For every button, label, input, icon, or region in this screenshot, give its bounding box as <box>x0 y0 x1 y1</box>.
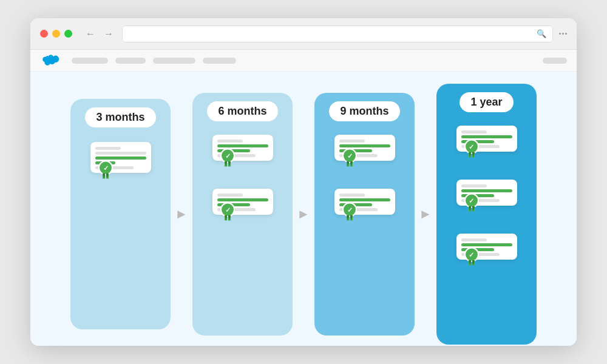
doc-card: ✓ <box>334 189 395 215</box>
doc-card: ✓ <box>90 142 151 173</box>
toolbar-nav-3[interactable] <box>153 58 195 64</box>
toolbar-nav-2[interactable] <box>115 58 146 64</box>
milestone-label-9months: 9 months <box>329 101 399 121</box>
milestone-card-3months: 3 months ✓ <box>70 99 171 329</box>
browser-titlebar: ← → 🔍 <box>30 18 577 50</box>
salesforce-logo <box>40 51 59 70</box>
toolbar-action[interactable] <box>543 58 567 64</box>
arrow-2: ► <box>293 207 314 221</box>
arrow-1: ► <box>171 207 192 221</box>
doc-line <box>95 147 121 150</box>
chevron-right-icon: ► <box>297 207 310 221</box>
svg-text:✓: ✓ <box>347 206 352 214</box>
milestone-label-3months: 3 months <box>85 107 155 127</box>
svg-text:✓: ✓ <box>225 206 230 214</box>
doc-line <box>339 140 365 143</box>
doc-line <box>217 194 243 197</box>
svg-text:✓: ✓ <box>103 164 108 172</box>
milestone-card-6months: 6 months ✓ <box>192 93 293 335</box>
forward-button[interactable]: → <box>101 27 116 41</box>
doc-card: ✓ <box>334 135 395 161</box>
arrow-3: ► <box>415 207 436 221</box>
doc-card: ✓ <box>456 180 517 206</box>
doc-card: ✓ <box>456 126 517 152</box>
close-button[interactable] <box>40 30 48 38</box>
achievement-badge: ✓ <box>461 192 482 213</box>
toolbar-nav-4[interactable] <box>203 58 236 64</box>
doc-line <box>217 140 243 143</box>
doc-line <box>339 194 365 197</box>
doc-line <box>95 152 146 155</box>
milestone-label-1year: 1 year <box>459 92 513 112</box>
toolbar-nav-1[interactable] <box>72 58 108 64</box>
svg-text:✓: ✓ <box>469 197 474 204</box>
nav-buttons: ← → <box>83 27 116 41</box>
timeline-container: 3 months ✓ <box>45 84 562 345</box>
svg-text:✓: ✓ <box>469 251 474 258</box>
minimize-button[interactable] <box>52 30 60 38</box>
milestone-card-1year: 1 year ✓ <box>436 84 537 345</box>
chevron-right-icon: ► <box>175 207 188 221</box>
back-button[interactable]: ← <box>83 27 98 41</box>
doc-card: ✓ <box>456 234 517 260</box>
more-options[interactable] <box>559 33 567 35</box>
achievement-badge: ✓ <box>217 201 238 222</box>
svg-text:✓: ✓ <box>347 152 352 160</box>
doc-line <box>461 184 487 187</box>
achievement-badge: ✓ <box>95 160 116 180</box>
achievement-badge: ✓ <box>461 246 482 267</box>
milestone-3months: 3 months ✓ <box>70 99 171 329</box>
url-input[interactable] <box>129 26 533 42</box>
milestone-label-6months: 6 months <box>207 101 277 121</box>
achievement-badge: ✓ <box>461 138 482 159</box>
achievement-badge: ✓ <box>217 147 238 168</box>
doc-card: ✓ <box>212 189 273 215</box>
doc-line <box>461 238 487 241</box>
achievement-badge: ✓ <box>339 147 360 168</box>
browser-window: ← → 🔍 3 months <box>30 18 577 346</box>
browser-toolbar <box>30 50 577 72</box>
milestone-9months: 9 months ✓ <box>314 93 415 335</box>
milestone-6months: 6 months ✓ <box>192 93 293 335</box>
svg-text:✓: ✓ <box>469 143 474 150</box>
milestone-1year: 1 year ✓ <box>436 84 537 345</box>
search-icon: 🔍 <box>537 29 546 38</box>
chevron-right-icon: ► <box>419 207 432 221</box>
address-bar[interactable]: 🔍 <box>122 25 553 42</box>
milestone-card-9months: 9 months ✓ <box>314 93 415 335</box>
doc-line <box>461 130 487 133</box>
maximize-button[interactable] <box>64 30 72 38</box>
svg-text:✓: ✓ <box>225 152 230 160</box>
traffic-lights <box>40 30 72 38</box>
main-content: 3 months ✓ <box>30 72 577 346</box>
achievement-badge: ✓ <box>339 201 360 222</box>
doc-card: ✓ <box>212 135 273 161</box>
